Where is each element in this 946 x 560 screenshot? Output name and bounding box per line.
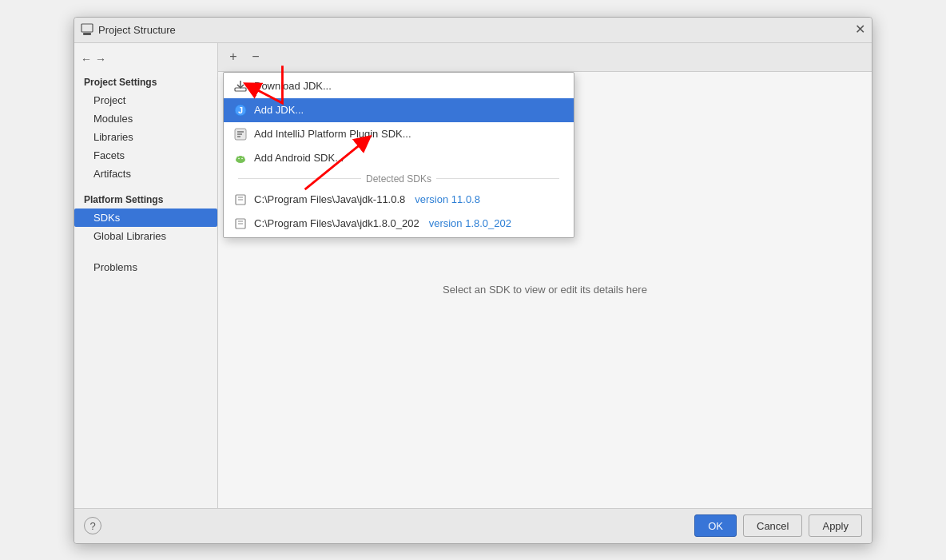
dropdown-item-add-intellij-sdk[interactable]: Add IntelliJ Platform Plugin SDK... bbox=[224, 122, 574, 146]
dropdown-item-download-jdk[interactable]: Download JDK... bbox=[224, 74, 574, 98]
detected-jdk18-version: version 1.8.0_202 bbox=[429, 217, 511, 229]
empty-message: Select an SDK to view or edit its detail… bbox=[443, 284, 647, 296]
detected-jdk11-path: C:\Program Files\Java\jdk-11.0.8 bbox=[254, 193, 405, 205]
remove-button[interactable]: − bbox=[245, 46, 266, 67]
detected-jdk18-path: C:\Program Files\Java\jdk1.8.0_202 bbox=[254, 217, 419, 229]
dropdown-item-detected-jdk11[interactable]: C:\Program Files\Java\jdk-11.0.8 version… bbox=[224, 188, 574, 212]
forward-button[interactable]: → bbox=[95, 53, 106, 66]
sidebar-item-project[interactable]: Project bbox=[74, 91, 217, 109]
title-bar: Project Structure ✕ bbox=[74, 18, 872, 43]
project-structure-dialog: Project Structure ✕ ← → Project Settings… bbox=[74, 17, 872, 544]
dropdown-label-add-jdk: Add JDK... bbox=[254, 104, 304, 116]
dialog-icon bbox=[81, 23, 93, 36]
project-settings-header: Project Settings bbox=[74, 72, 217, 91]
right-panel: + − Download JDK... bbox=[218, 43, 872, 508]
cancel-button[interactable]: Cancel bbox=[743, 514, 802, 537]
dropdown-item-detected-jdk18[interactable]: C:\Program Files\Java\jdk1.8.0_202 versi… bbox=[224, 212, 574, 236]
dropdown-label-add-android-sdk: Add Android SDK... bbox=[254, 152, 344, 164]
main-content: ← → Project Settings Project Modules Lib… bbox=[74, 43, 872, 508]
footer: ? OK Cancel Apply bbox=[74, 508, 872, 543]
sidebar-item-facets[interactable]: Facets bbox=[74, 146, 217, 165]
sidebar-item-modules[interactable]: Modules bbox=[74, 109, 217, 128]
ok-button[interactable]: OK bbox=[694, 514, 737, 537]
svg-point-14 bbox=[241, 157, 243, 159]
dropdown-item-add-android-sdk[interactable]: Add Android SDK... bbox=[224, 146, 574, 170]
detected-sdks-separator: Detected SDKs bbox=[224, 170, 574, 188]
dropdown-item-add-jdk[interactable]: J Add JDK... bbox=[224, 98, 574, 122]
detected-jdk11-icon bbox=[233, 193, 248, 207]
svg-rect-0 bbox=[81, 24, 93, 32]
svg-text:J: J bbox=[238, 105, 243, 115]
svg-rect-1 bbox=[83, 33, 91, 35]
back-button[interactable]: ← bbox=[81, 53, 92, 66]
sidebar-item-sdks[interactable]: SDKs bbox=[74, 209, 217, 227]
sidebar-item-global-libraries[interactable]: Global Libraries bbox=[74, 227, 217, 245]
add-jdk-icon: J bbox=[233, 103, 248, 117]
add-button[interactable]: + bbox=[223, 46, 244, 67]
help-button[interactable]: ? bbox=[84, 517, 101, 534]
detected-jdk11-version: version 11.0.8 bbox=[415, 193, 480, 205]
sidebar: ← → Project Settings Project Modules Lib… bbox=[74, 43, 218, 508]
toolbar: + − bbox=[218, 43, 872, 72]
dialog-title: Project Structure bbox=[98, 24, 176, 36]
footer-buttons: OK Cancel Apply bbox=[694, 514, 862, 537]
platform-settings-header: Platform Settings bbox=[74, 189, 217, 209]
sidebar-item-problems[interactable]: Problems bbox=[74, 258, 217, 276]
sidebar-item-libraries[interactable]: Libraries bbox=[74, 128, 217, 146]
intellij-sdk-icon bbox=[233, 127, 248, 141]
svg-point-13 bbox=[238, 157, 240, 159]
detected-jdk18-icon bbox=[233, 216, 248, 231]
android-sdk-icon bbox=[233, 151, 248, 165]
close-button[interactable]: ✕ bbox=[855, 23, 865, 36]
download-jdk-icon bbox=[233, 79, 248, 93]
title-bar-left: Project Structure bbox=[81, 23, 176, 36]
add-dropdown-menu: Download JDK... J Add JDK... bbox=[223, 72, 574, 238]
sidebar-item-artifacts[interactable]: Artifacts bbox=[74, 165, 217, 183]
dropdown-label-add-intellij-sdk: Add IntelliJ Platform Plugin SDK... bbox=[254, 128, 411, 140]
dropdown-label-download-jdk: Download JDK... bbox=[254, 80, 332, 92]
apply-button[interactable]: Apply bbox=[809, 514, 862, 537]
